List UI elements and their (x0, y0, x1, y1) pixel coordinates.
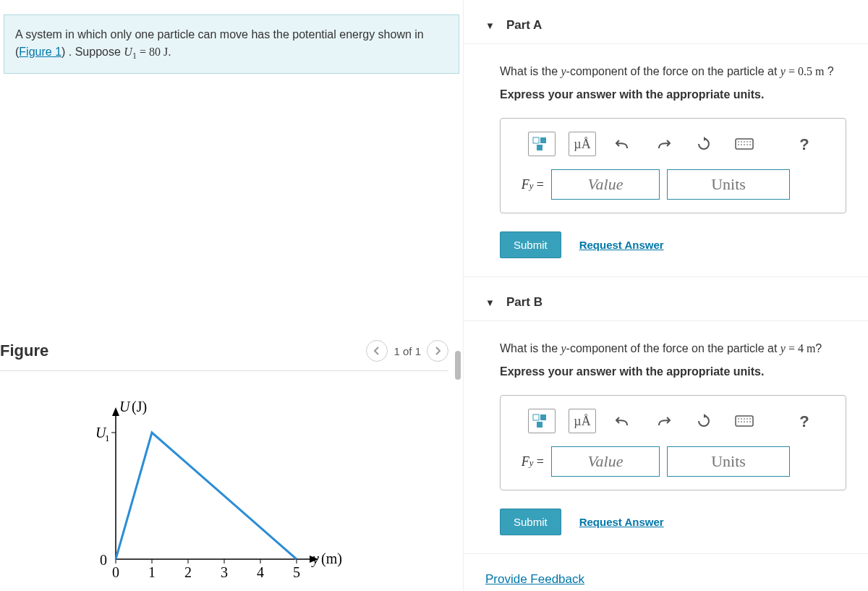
svg-rect-32 (540, 414, 546, 420)
svg-rect-25 (540, 137, 546, 143)
figure-next-button[interactable] (427, 340, 448, 362)
templates-icon (532, 414, 551, 428)
help-button[interactable]: ? (791, 132, 818, 156)
svg-text:0: 0 (100, 552, 107, 568)
figure-pager: 1 of 1 (393, 345, 421, 357)
part-a-label: Part A (506, 18, 542, 33)
part-b-label: Part B (506, 295, 542, 310)
redo-button[interactable] (650, 132, 677, 156)
templates-button[interactable] (528, 409, 556, 433)
provide-feedback-link[interactable]: Provide Feedback (485, 572, 584, 586)
part-a-request-answer-link[interactable]: Request Answer (579, 237, 664, 254)
svg-rect-35 (736, 416, 753, 426)
svg-rect-26 (537, 145, 542, 150)
part-b-header[interactable]: ▼ Part B (464, 276, 868, 321)
svg-rect-33 (537, 422, 542, 428)
figure-title: Figure (0, 341, 48, 360)
scroll-thumb[interactable] (455, 351, 461, 380)
part-b-request-answer-link[interactable]: Request Answer (579, 514, 664, 531)
undo-button[interactable] (609, 132, 637, 156)
templates-icon (532, 137, 551, 151)
reset-button[interactable] (690, 409, 718, 433)
part-a-value-input[interactable] (551, 169, 660, 200)
figure-plot: U (J) U 1 0 0 1 2 3 4 5 y (m) (0, 371, 448, 588)
undo-icon (616, 138, 630, 150)
svg-rect-31 (533, 414, 539, 420)
part-b-submit-button[interactable]: Submit (500, 509, 561, 535)
keyboard-button[interactable] (731, 409, 758, 433)
part-a-instruction: Express your answer with the appropriate… (500, 85, 846, 104)
undo-icon (616, 415, 630, 427)
redo-button[interactable] (650, 409, 677, 433)
part-a-header[interactable]: ▼ Part A (464, 0, 868, 44)
svg-text:(m): (m) (321, 550, 342, 567)
svg-text:1: 1 (105, 433, 110, 443)
svg-marker-2 (112, 407, 119, 416)
part-a-units-input[interactable] (667, 169, 790, 200)
svg-rect-24 (533, 137, 539, 143)
part-a-answer-label: Fy = (514, 174, 544, 195)
svg-text:(J): (J) (132, 400, 147, 415)
keyboard-icon (735, 415, 754, 427)
svg-text:0: 0 (112, 564, 119, 580)
part-b-answer-box: µÅ ? (500, 395, 846, 490)
help-button[interactable]: ? (791, 409, 818, 433)
undo-button[interactable] (609, 409, 637, 433)
redo-icon (656, 415, 671, 427)
svg-text:1: 1 (148, 564, 156, 580)
svg-marker-34 (704, 414, 707, 418)
part-b-units-input[interactable] (667, 446, 790, 477)
caret-down-icon: ▼ (485, 20, 495, 31)
reset-icon (697, 414, 711, 428)
scrollbar[interactable] (455, 0, 461, 591)
reset-button[interactable] (690, 132, 718, 156)
keyboard-button[interactable] (731, 132, 758, 156)
redo-icon (656, 138, 671, 150)
problem-statement: A system in which only one particle can … (4, 14, 459, 74)
reset-icon (697, 137, 711, 151)
part-a-answer-box: µÅ ? (500, 118, 846, 213)
svg-marker-27 (704, 137, 707, 141)
units-button[interactable]: µÅ (569, 132, 596, 156)
caret-down-icon: ▼ (485, 297, 495, 308)
part-b-value-input[interactable] (551, 446, 660, 477)
keyboard-icon (735, 138, 754, 150)
part-b-instruction: Express your answer with the appropriate… (500, 362, 846, 381)
svg-text:2: 2 (184, 564, 192, 580)
svg-rect-28 (736, 139, 753, 149)
svg-text:U: U (119, 400, 131, 414)
svg-text:4: 4 (257, 564, 264, 580)
figure-prev-button[interactable] (366, 340, 388, 362)
part-b-answer-label: Fy = (514, 451, 544, 472)
svg-text:3: 3 (221, 564, 228, 580)
part-b-question: What is the y-component of the force on … (500, 339, 846, 358)
chevron-left-icon (374, 346, 380, 355)
svg-text:y: y (311, 550, 319, 567)
part-a-question: What is the y-component of the force on … (500, 62, 846, 81)
figure-link[interactable]: Figure 1 (19, 46, 61, 58)
templates-button[interactable] (528, 132, 556, 156)
units-button[interactable]: µÅ (569, 409, 596, 433)
part-a-submit-button[interactable]: Submit (500, 231, 561, 258)
svg-text:5: 5 (293, 564, 300, 580)
chevron-right-icon (435, 346, 441, 355)
figure-header: Figure 1 of 1 (0, 340, 448, 371)
